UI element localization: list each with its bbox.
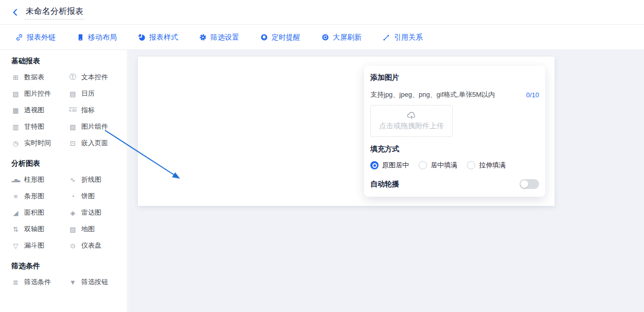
toolbar-item-screen-refresh[interactable]: 大屏刷新 — [321, 33, 362, 42]
sidebar-item-label: 柱形图 — [24, 175, 44, 184]
section-title-basic-reports: 基础报表 — [11, 57, 127, 66]
format-hint-row: 支持jpg、jpeg、png、gif格式,单张5M以内 0/10 — [370, 90, 539, 99]
report-style-pie-icon — [138, 33, 146, 41]
calendar-icon: ▤ — [68, 90, 77, 98]
area-chart-icon: ◢ — [11, 209, 20, 217]
line-chart-icon: ∿ — [68, 176, 77, 184]
sidebar-item-label: 双轴图 — [24, 224, 44, 234]
sidebar-item-radar-chart[interactable]: ◈ 雷达图 — [68, 204, 127, 221]
toolbar-label: 定时提醒 — [272, 33, 300, 42]
analysis-charts-grid: ▂▅▃ 柱形图 ∿ 折线图 ≡ 条形图 ◔ 饼图 ◢ 面积图 ◈ 雷达图 — [11, 171, 127, 254]
fill-option-center-fill[interactable]: 居中填满 — [419, 161, 457, 170]
sidebar-item-filter-button[interactable]: ▼ 筛选按钮 — [68, 274, 127, 290]
title-bar: 未命名分析报表 — [0, 0, 644, 25]
reference-relation-icon — [383, 33, 390, 41]
sidebar-item-label: 指标 — [81, 106, 95, 115]
screen-refresh-icon — [321, 33, 329, 41]
upload-dropzone[interactable]: 点击或拖拽附件上传 — [370, 105, 453, 137]
radio-unselected-icon[interactable] — [467, 161, 475, 169]
embed-page-icon: ⊡ — [68, 140, 77, 147]
radio-label: 居中填满 — [431, 161, 457, 170]
sidebar-item-bar-chart[interactable]: ≡ 条形图 — [11, 188, 68, 204]
sidebar-item-indicator[interactable]: 4,80 指标 — [68, 102, 127, 118]
toolbar-item-filter-settings[interactable]: 筛选设置 — [199, 33, 239, 42]
sidebar-item-filter-condition[interactable]: ≣ 筛选条件 — [11, 274, 68, 290]
radio-label: 原图居中 — [382, 161, 409, 170]
sidebar-item-label: 图片控件 — [24, 89, 51, 98]
sidebar-item-label: 漏斗图 — [24, 241, 44, 250]
sidebar-item-label: 条形图 — [24, 192, 44, 201]
sidebar-item-label: 雷达图 — [81, 208, 101, 217]
fill-mode-label: 填充方式 — [370, 145, 539, 154]
data-table-icon: ⊞ — [11, 74, 20, 81]
sidebar-item-map-chart[interactable]: ▨ 地图 — [68, 221, 127, 237]
toolbar-item-external-link[interactable]: 报表外链 — [15, 33, 56, 42]
sidebar-item-label: 甘特图 — [24, 122, 44, 131]
toolbar-label: 报表样式 — [149, 33, 178, 42]
radio-selected-icon[interactable] — [370, 161, 379, 169]
back-button[interactable] — [10, 7, 21, 18]
toolbar-label: 报表外链 — [27, 33, 56, 42]
section-title-filter-conditions: 筛选条件 — [11, 262, 127, 271]
sidebar-item-label: 文本控件 — [81, 73, 108, 82]
panel-title: 添加图片 — [370, 73, 539, 82]
sidebar-item-label: 图片组件 — [81, 122, 108, 131]
upload-label: 点击或拖拽附件上传 — [379, 122, 444, 131]
toolbar-label: 大屏刷新 — [333, 33, 362, 42]
sidebar-item-line-chart[interactable]: ∿ 折线图 — [68, 171, 127, 188]
toolbar-label: 移动布局 — [88, 33, 117, 42]
sidebar-item-area-chart[interactable]: ◢ 面积图 — [11, 204, 68, 221]
fill-option-original-center[interactable]: 原图居中 — [370, 161, 409, 170]
sidebar-item-label: 筛选按钮 — [81, 278, 108, 287]
basic-reports-grid: ⊞ 数据表 Ⓣ 文本控件 ▧ 图片控件 ▤ 日历 ▦ 透视图 4,80 指标 — [11, 69, 127, 151]
toolbar-item-scheduled-reminder[interactable]: 定时提醒 — [260, 33, 300, 42]
text-widget-icon: Ⓣ — [68, 73, 77, 82]
report-title[interactable]: 未命名分析报表 — [25, 5, 84, 20]
toolbar: 报表外链 移动布局 报表样式 筛选设置 — [0, 25, 644, 50]
realtime-clock-icon: ◷ — [11, 140, 20, 147]
sidebar-item-label: 饼图 — [81, 192, 95, 201]
fill-mode-options: 原图居中 居中填满 拉伸填满 — [370, 161, 539, 170]
format-hint: 支持jpg、jpeg、png、gif格式,单张5M以内 — [370, 90, 495, 99]
sidebar-item-dual-axis-chart[interactable]: ⇅ 双轴图 — [11, 221, 68, 237]
sidebar-item-funnel-chart[interactable]: ▽ 漏斗图 — [11, 237, 68, 254]
sidebar-item-data-table[interactable]: ⊞ 数据表 — [11, 69, 68, 85]
toolbar-item-reference-relation[interactable]: 引用关系 — [383, 33, 423, 42]
auto-carousel-toggle[interactable] — [520, 179, 539, 189]
toolbar-item-report-style[interactable]: 报表样式 — [138, 33, 178, 42]
sidebar-item-calendar[interactable]: ▤ 日历 — [68, 85, 127, 102]
sidebar-item-realtime-clock[interactable]: ◷ 实时时间 — [11, 135, 68, 151]
sidebar-item-label: 嵌入页面 — [81, 138, 108, 148]
indicator-icon: 4,80 — [68, 108, 77, 113]
toolbar-item-mobile-layout[interactable]: 移动布局 — [77, 33, 117, 42]
upload-count: 0/10 — [526, 91, 539, 99]
sidebar-item-pivot-table[interactable]: ▦ 透视图 — [11, 102, 68, 118]
filter-condition-icon: ≣ — [11, 279, 20, 286]
filter-button-icon: ▼ — [68, 279, 77, 286]
column-chart-icon: ▂▅▃ — [11, 178, 20, 182]
sidebar-item-pie-chart[interactable]: ◔ 饼图 — [68, 188, 127, 204]
gauge-chart-icon: ⊙ — [68, 242, 77, 250]
sidebar-item-column-chart[interactable]: ▂▅▃ 柱形图 — [11, 171, 68, 188]
scheduled-reminder-bell-icon — [260, 33, 268, 41]
sidebar-item-label: 数据表 — [24, 73, 44, 82]
pie-chart-icon: ◔ — [68, 193, 77, 200]
sidebar-item-image-widget[interactable]: ▧ 图片控件 — [11, 85, 68, 102]
fill-option-stretch-fill[interactable]: 拉伸填满 — [467, 161, 506, 170]
sidebar-item-gauge-chart[interactable]: ⊙ 仪表盘 — [68, 237, 127, 254]
sidebar-item-embed-page[interactable]: ⊡ 嵌入页面 — [68, 135, 127, 151]
sidebar-item-label: 面积图 — [24, 208, 44, 217]
funnel-chart-icon: ▽ — [11, 242, 20, 250]
sidebar-item-text-widget[interactable]: Ⓣ 文本控件 — [68, 69, 127, 85]
sidebar-item-gantt-chart[interactable]: ▥ 甘特图 — [11, 118, 68, 135]
image-widget-icon: ▧ — [11, 90, 20, 98]
section-title-analysis-charts: 分析图表 — [11, 159, 127, 168]
report-builder-app: 未命名分析报表 报表外链 移动布局 报表样式 — [0, 0, 644, 312]
sidebar-item-label: 日历 — [81, 89, 95, 98]
sidebar-item-image-component[interactable]: ▧ 图片组件 — [68, 118, 127, 135]
sidebar-item-label: 实时时间 — [24, 138, 51, 148]
image-settings-panel: 添加图片 支持jpg、jpeg、png、gif格式,单张5M以内 0/10 点击… — [364, 66, 545, 197]
bar-chart-icon: ≡ — [11, 193, 20, 200]
radio-unselected-icon[interactable] — [419, 161, 427, 169]
filter-settings-gear-icon — [199, 33, 207, 41]
